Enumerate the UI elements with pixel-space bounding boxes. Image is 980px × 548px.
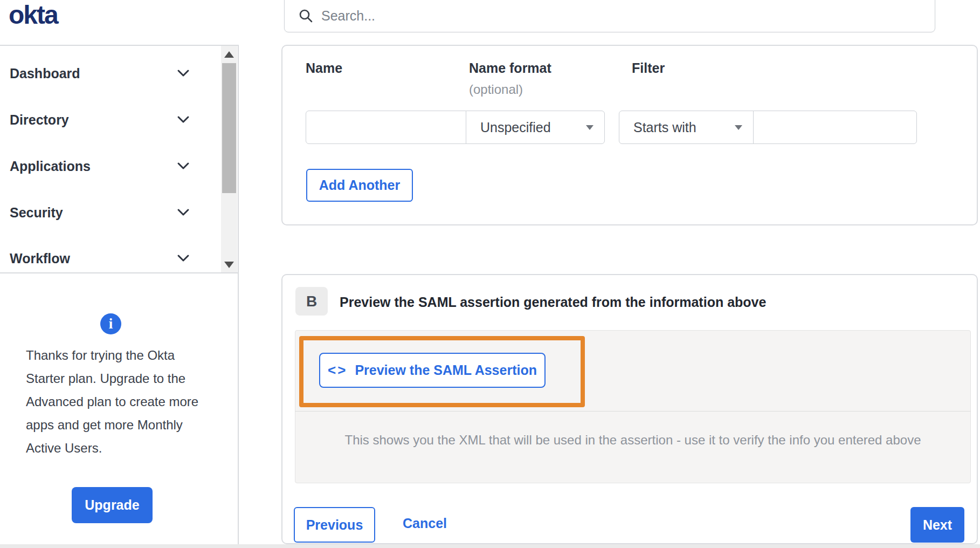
search-box xyxy=(284,0,935,32)
scroll-up-icon[interactable] xyxy=(224,51,234,58)
search-icon xyxy=(299,9,313,23)
scrollbar-thumb[interactable] xyxy=(222,63,236,193)
chevron-down-icon xyxy=(177,162,190,170)
cancel-link[interactable]: Cancel xyxy=(403,516,447,531)
next-button[interactable]: Next xyxy=(910,507,964,543)
name-format-column-label: Name format xyxy=(469,60,551,76)
preview-note: This shows you the XML that will be used… xyxy=(295,433,971,448)
sidebar-vertical-divider xyxy=(238,45,239,548)
attribute-name-input[interactable] xyxy=(306,111,466,143)
sidebar-item-label: Security xyxy=(10,205,63,221)
sidebar-item-security[interactable]: Security xyxy=(0,197,216,228)
plan-message: Thanks for trying the Okta Starter plan.… xyxy=(26,344,207,460)
name-format-selected-value: Unspecified xyxy=(480,120,551,135)
filter-type-selected-value: Starts with xyxy=(633,120,696,135)
sidebar-item-label: Directory xyxy=(10,112,69,128)
previous-button[interactable]: Previous xyxy=(294,507,375,543)
chevron-down-icon xyxy=(177,208,190,217)
dropdown-caret-icon xyxy=(586,125,593,130)
filter-value-field xyxy=(753,111,917,144)
preview-section-title: Preview the SAML assertion generated fro… xyxy=(340,294,766,310)
attribute-name-field xyxy=(306,111,466,144)
step-badge: B xyxy=(295,287,328,316)
preview-saml-assertion-button[interactable]: <> Preview the SAML Assertion xyxy=(319,353,546,388)
name-column-label: Name xyxy=(306,60,342,76)
chevron-down-icon xyxy=(177,254,190,263)
filter-type-select[interactable]: Starts with xyxy=(619,111,754,144)
sidebar-item-workflow[interactable]: Workflow xyxy=(0,243,216,273)
chevron-down-icon xyxy=(177,69,190,78)
filter-value-input[interactable] xyxy=(754,111,916,143)
page-bottom-strip xyxy=(0,544,980,548)
upgrade-button[interactable]: Upgrade xyxy=(72,487,153,523)
name-format-select[interactable]: Unspecified xyxy=(466,111,605,144)
filter-column-label: Filter xyxy=(632,60,665,76)
search-input[interactable] xyxy=(321,8,860,24)
name-format-optional-note: (optional) xyxy=(469,82,523,97)
sidebar-item-applications[interactable]: Applications xyxy=(0,151,216,181)
sidebar-item-dashboard[interactable]: Dashboard xyxy=(0,58,216,88)
okta-logo[interactable]: okta xyxy=(9,0,58,30)
sidebar-item-label: Workflow xyxy=(10,251,70,266)
sidebar-item-label: Dashboard xyxy=(10,66,80,81)
sidebar-scrollbar[interactable] xyxy=(221,46,237,272)
sidebar-item-label: Applications xyxy=(10,159,91,174)
sidebar-top-divider xyxy=(0,45,238,46)
chevron-down-icon xyxy=(177,115,190,124)
preview-panel-divider xyxy=(295,411,971,412)
preview-button-label: Preview the SAML Assertion xyxy=(355,362,537,378)
code-icon: <> xyxy=(328,362,347,379)
add-another-button[interactable]: Add Another xyxy=(306,169,413,202)
info-icon: i xyxy=(100,313,121,334)
scroll-down-icon[interactable] xyxy=(224,262,234,268)
sidebar-item-directory[interactable]: Directory xyxy=(0,105,216,135)
okta-admin-page: okta Dashboard Directory Applications Se… xyxy=(0,0,980,548)
dropdown-caret-icon xyxy=(735,125,742,130)
